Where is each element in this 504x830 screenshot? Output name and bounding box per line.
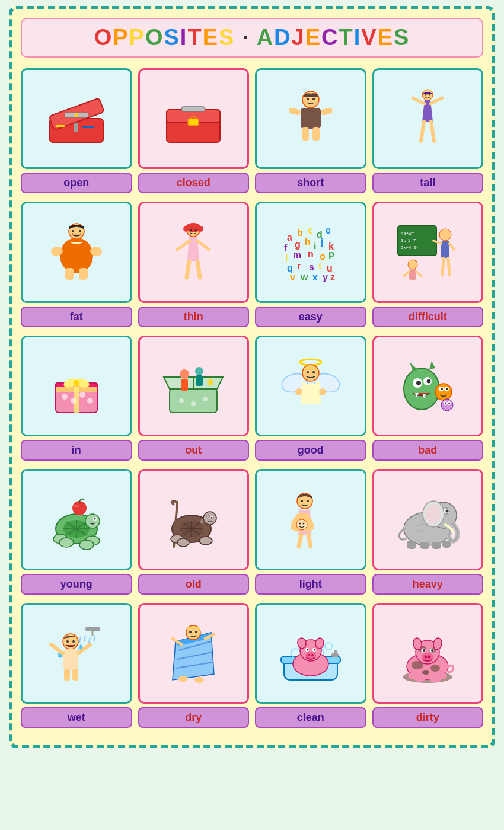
svg-text:o: o bbox=[320, 251, 326, 261]
svg-point-165 bbox=[307, 500, 309, 502]
label-thin: thin bbox=[138, 307, 250, 327]
svg-point-75 bbox=[439, 229, 451, 241]
svg-text:a: a bbox=[287, 232, 292, 242]
svg-text:r: r bbox=[297, 261, 301, 271]
svg-rect-13 bbox=[301, 108, 321, 129]
label-difficult: difficult bbox=[372, 307, 484, 327]
svg-point-164 bbox=[301, 500, 303, 502]
svg-point-81 bbox=[408, 260, 417, 269]
label-easy: easy bbox=[255, 307, 366, 327]
svg-point-97 bbox=[180, 369, 189, 379]
label-wet: wet bbox=[21, 707, 132, 728]
label-open: open bbox=[21, 173, 132, 193]
row-4: young bbox=[21, 469, 483, 594]
svg-point-3 bbox=[75, 113, 78, 117]
img-short bbox=[255, 68, 366, 169]
label-heavy: heavy bbox=[372, 574, 484, 595]
svg-point-117 bbox=[427, 379, 431, 384]
card-open: open bbox=[21, 68, 132, 193]
svg-point-241 bbox=[429, 675, 441, 682]
svg-rect-188 bbox=[64, 669, 70, 681]
svg-line-42 bbox=[197, 241, 209, 250]
svg-line-41 bbox=[177, 241, 190, 250]
svg-text:p: p bbox=[328, 249, 334, 259]
label-dry: dry bbox=[138, 707, 250, 728]
svg-rect-189 bbox=[72, 669, 78, 681]
img-thin bbox=[138, 202, 250, 302]
img-in bbox=[21, 336, 132, 436]
svg-rect-82 bbox=[409, 269, 416, 280]
card-closed: closed bbox=[138, 68, 250, 193]
svg-point-34 bbox=[79, 230, 81, 232]
svg-text:s: s bbox=[309, 262, 314, 272]
card-wet: 💧 💧 wet bbox=[21, 603, 132, 728]
svg-line-163 bbox=[308, 535, 311, 547]
svg-rect-220 bbox=[334, 650, 337, 655]
svg-line-78 bbox=[449, 244, 454, 250]
img-open bbox=[21, 68, 132, 169]
svg-text:l: l bbox=[285, 253, 288, 263]
svg-rect-88 bbox=[56, 387, 97, 392]
svg-point-120 bbox=[435, 384, 452, 400]
svg-rect-96 bbox=[170, 389, 217, 413]
svg-line-178 bbox=[79, 637, 81, 643]
card-fat: fat bbox=[21, 202, 132, 327]
svg-point-93 bbox=[71, 398, 76, 404]
card-difficult: 4a+2= 3b-1=7 2x+4=9 diffic bbox=[372, 202, 484, 327]
svg-text:x: x bbox=[312, 272, 318, 282]
svg-point-196 bbox=[189, 631, 192, 633]
svg-rect-185 bbox=[63, 649, 78, 670]
svg-line-181 bbox=[94, 636, 95, 641]
svg-rect-98 bbox=[181, 379, 188, 391]
svg-point-102 bbox=[179, 398, 184, 403]
svg-text:w: w bbox=[300, 272, 308, 282]
svg-point-236 bbox=[413, 637, 423, 650]
label-short: short bbox=[255, 173, 366, 193]
svg-line-80 bbox=[448, 258, 449, 275]
label-in: in bbox=[21, 440, 132, 461]
svg-marker-119 bbox=[429, 361, 435, 369]
card-dry: dry bbox=[138, 603, 250, 728]
svg-point-138 bbox=[94, 518, 95, 519]
img-heavy bbox=[372, 469, 484, 570]
svg-text:t: t bbox=[318, 261, 322, 271]
svg-point-235 bbox=[431, 649, 433, 652]
label-out: out bbox=[138, 440, 250, 461]
label-bad: bad bbox=[372, 440, 484, 461]
svg-point-183 bbox=[66, 640, 69, 643]
svg-point-151 bbox=[203, 512, 216, 525]
svg-text:★: ★ bbox=[205, 375, 216, 388]
svg-point-19 bbox=[312, 98, 315, 100]
label-old: old bbox=[138, 574, 250, 595]
svg-point-224 bbox=[430, 665, 440, 672]
card-bad: bad bbox=[372, 336, 484, 461]
svg-rect-6 bbox=[82, 126, 94, 128]
svg-point-161 bbox=[302, 522, 304, 524]
svg-point-157 bbox=[177, 538, 189, 547]
svg-rect-5 bbox=[74, 123, 78, 132]
svg-point-123 bbox=[441, 388, 443, 390]
label-dirty: dirty bbox=[372, 707, 484, 728]
svg-point-156 bbox=[199, 537, 212, 545]
svg-rect-174 bbox=[432, 542, 441, 549]
svg-point-136 bbox=[85, 514, 100, 528]
img-light bbox=[255, 469, 366, 570]
svg-rect-10 bbox=[188, 119, 199, 126]
row-1: open closed bbox=[21, 68, 483, 193]
svg-point-129 bbox=[448, 403, 450, 404]
svg-line-162 bbox=[299, 535, 301, 547]
row-2: fat bbox=[21, 202, 483, 327]
label-fat: fat bbox=[21, 307, 132, 327]
svg-line-179 bbox=[84, 636, 85, 641]
card-good: good bbox=[255, 336, 366, 461]
svg-point-171 bbox=[446, 509, 449, 512]
svg-point-99 bbox=[195, 367, 203, 375]
img-dry bbox=[138, 603, 250, 704]
img-old bbox=[138, 469, 250, 570]
img-good bbox=[255, 336, 366, 436]
row-5: 💧 💧 wet bbox=[21, 603, 483, 728]
card-tall: tall bbox=[372, 68, 484, 193]
row-3: in ★ bbox=[21, 336, 483, 461]
card-in: in bbox=[21, 336, 132, 461]
svg-text:v: v bbox=[290, 272, 295, 282]
